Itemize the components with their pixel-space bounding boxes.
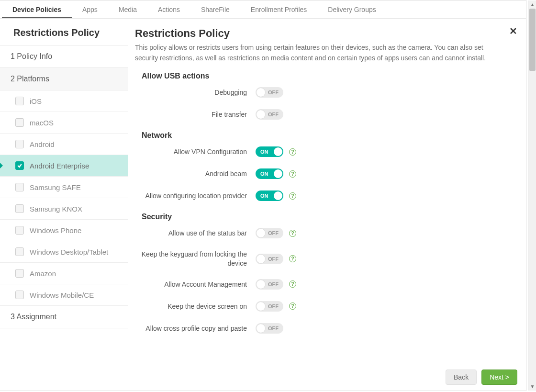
sidebar-title: Restrictions Policy — [0, 19, 128, 45]
section-title-usb: Allow USB actions — [142, 72, 513, 80]
setting-label: Allow configuring location provider — [135, 191, 256, 200]
help-icon[interactable]: ? — [289, 148, 296, 156]
toggle-off[interactable]: OFF — [256, 279, 283, 290]
platform-windows-mobile-ce[interactable]: Windows Mobile/CE — [0, 284, 128, 306]
step-platforms[interactable]: 2 Platforms — [0, 68, 128, 90]
platform-label: iOS — [30, 97, 42, 105]
section-title-security: Security — [142, 213, 513, 221]
help-icon[interactable]: ? — [289, 280, 296, 288]
setting-row: Allow configuring location providerON? — [135, 190, 513, 201]
scroll-up-arrow[interactable]: ▲ — [528, 0, 536, 9]
platform-label: Samsung KNOX — [30, 205, 82, 213]
platform-samsung-safe[interactable]: Samsung SAFE — [0, 177, 128, 198]
setting-control: OFF — [256, 87, 283, 98]
platform-android-enterprise[interactable]: Android Enterprise — [0, 155, 128, 177]
step-assignment[interactable]: 3 Assignment — [0, 306, 128, 328]
checkbox-icon[interactable] — [15, 226, 24, 235]
checkbox-icon[interactable] — [15, 97, 24, 105]
checkbox-icon[interactable] — [15, 269, 24, 278]
tab-sharefile[interactable]: ShareFile — [190, 1, 240, 18]
platform-label: Amazon — [30, 269, 56, 278]
checkbox-icon[interactable] — [15, 183, 24, 191]
toggle-off[interactable]: OFF — [256, 228, 283, 238]
tab-actions[interactable]: Actions — [147, 1, 190, 18]
setting-row: Allow Account ManagementOFF? — [135, 279, 513, 290]
page-title: Restrictions Policy — [135, 27, 513, 40]
footer-buttons: Back Next > — [446, 370, 517, 385]
setting-label: File transfer — [135, 110, 256, 119]
setting-control: OFF? — [256, 301, 296, 312]
setting-label: Keep the device screen on — [135, 302, 256, 311]
setting-row: Allow VPN ConfigurationON? — [135, 146, 513, 157]
sidebar: Restrictions Policy 1 Policy Info 2 Plat… — [0, 19, 128, 391]
toggle-off[interactable]: OFF — [256, 301, 283, 312]
setting-control: OFF — [256, 323, 283, 334]
help-icon[interactable]: ? — [289, 255, 296, 262]
checkbox-icon[interactable] — [15, 140, 24, 148]
toggle-on[interactable]: ON — [256, 168, 283, 179]
toggle-off[interactable]: OFF — [256, 87, 283, 98]
checkbox-icon[interactable] — [15, 161, 24, 170]
platform-label: Windows Phone — [30, 226, 81, 235]
next-button[interactable]: Next > — [481, 370, 517, 385]
toggle-off[interactable]: OFF — [256, 254, 283, 264]
platform-label: Windows Mobile/CE — [30, 291, 94, 299]
help-icon[interactable]: ? — [289, 230, 296, 237]
help-icon[interactable]: ? — [289, 170, 296, 178]
setting-control: ON? — [256, 190, 296, 201]
help-icon[interactable]: ? — [289, 302, 296, 310]
setting-label: Keep the keyguard from locking the devic… — [135, 250, 256, 267]
checkbox-icon[interactable] — [15, 204, 24, 213]
scrollbar[interactable]: ▲ ▼ — [528, 0, 536, 391]
setting-row: Keep the keyguard from locking the devic… — [135, 250, 513, 267]
top-tabs: Device Policies Apps Media Actions Share… — [0, 0, 526, 19]
back-button[interactable]: Back — [446, 370, 477, 385]
checkbox-icon[interactable] — [15, 247, 24, 256]
platform-amazon[interactable]: Amazon — [0, 263, 128, 284]
setting-row: Android beamON? — [135, 168, 513, 179]
setting-label: Allow VPN Configuration — [135, 147, 256, 156]
platform-macos[interactable]: macOS — [0, 112, 128, 134]
setting-label: Allow use of the status bar — [135, 229, 256, 237]
checkbox-icon[interactable] — [15, 118, 24, 127]
setting-control: ON? — [256, 168, 296, 179]
scroll-thumb[interactable] — [529, 9, 536, 71]
platform-label: Samsung SAFE — [30, 183, 81, 191]
setting-control: OFF? — [256, 279, 296, 290]
checkbox-icon[interactable] — [15, 291, 24, 299]
platform-label: Windows Desktop/Tablet — [30, 248, 108, 256]
setting-row: Keep the device screen onOFF? — [135, 301, 513, 312]
step-policy-info[interactable]: 1 Policy Info — [0, 45, 128, 68]
setting-label: Android beam — [135, 169, 256, 178]
setting-row: Allow cross profile copy and pasteOFF — [135, 323, 513, 334]
platform-label: Android — [30, 140, 55, 148]
toggle-off[interactable]: OFF — [256, 323, 283, 334]
help-icon[interactable]: ? — [289, 192, 296, 200]
scroll-down-arrow[interactable]: ▼ — [528, 382, 536, 391]
close-button[interactable]: ✕ — [509, 25, 517, 37]
toggle-off[interactable]: OFF — [256, 109, 283, 120]
setting-control: ON? — [256, 146, 296, 157]
platform-samsung-knox[interactable]: Samsung KNOX — [0, 198, 128, 220]
platform-label: Android Enterprise — [30, 162, 89, 170]
page-description: This policy allows or restricts users fr… — [135, 43, 489, 63]
platform-ios[interactable]: iOS — [0, 90, 128, 112]
tab-enrollment-profiles[interactable]: Enrollment Profiles — [240, 1, 318, 18]
platform-windows-desktop-tablet[interactable]: Windows Desktop/Tablet — [0, 241, 128, 263]
tab-apps[interactable]: Apps — [72, 1, 108, 18]
tab-delivery-groups[interactable]: Delivery Groups — [317, 1, 386, 18]
setting-label: Allow Account Management — [135, 280, 256, 289]
platform-label: macOS — [30, 119, 54, 127]
tab-media[interactable]: Media — [108, 1, 147, 18]
setting-control: OFF? — [256, 228, 296, 238]
setting-row: DebuggingOFF — [135, 87, 513, 98]
setting-label: Allow cross profile copy and paste — [135, 324, 256, 333]
main-panel: ✕ Restrictions Policy This policy allows… — [128, 19, 526, 391]
setting-label: Debugging — [135, 88, 256, 97]
toggle-on[interactable]: ON — [256, 146, 283, 157]
platform-android[interactable]: Android — [0, 134, 128, 155]
platform-windows-phone[interactable]: Windows Phone — [0, 220, 128, 241]
section-title-network: Network — [142, 131, 513, 140]
tab-device-policies[interactable]: Device Policies — [2, 1, 72, 18]
toggle-on[interactable]: ON — [256, 190, 283, 201]
